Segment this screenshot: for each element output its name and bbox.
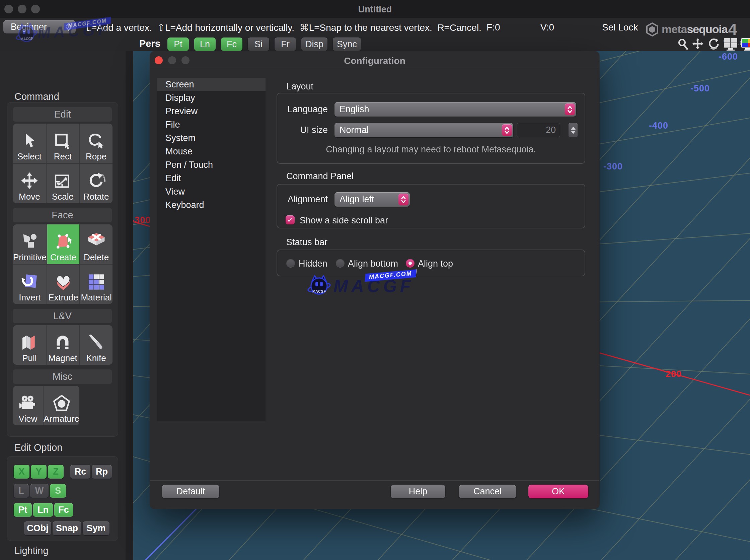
dialog-sidebar-item-display[interactable]: Display [157, 91, 265, 104]
panel-divider [125, 51, 133, 560]
tool-primitive[interactable]: Primitive [13, 224, 46, 264]
watermark-dialog: MACGF MACGF MACGF.COM [307, 274, 414, 298]
dialog-sidebar-item-screen[interactable]: Screen [157, 78, 265, 91]
lighting-title: Lighting [14, 545, 48, 556]
tool-invert[interactable]: Invert [13, 265, 46, 304]
default-button[interactable]: Default [162, 485, 219, 498]
edit-option-z[interactable]: Z [48, 465, 64, 479]
tool-magnet[interactable]: Magnet [46, 325, 79, 365]
language-select[interactable]: English [335, 102, 576, 117]
radio-align-bottom[interactable] [336, 259, 345, 267]
rotate-icon [87, 172, 105, 191]
tool-grid: ViewArmature [13, 386, 79, 425]
tool-view[interactable]: View [13, 386, 43, 425]
dialog-sidebar-item-preview[interactable]: Preview [157, 104, 265, 118]
tool-delete[interactable]: Delete [80, 224, 113, 264]
tool-label: Knife [86, 353, 106, 363]
toolbar-button-fc[interactable]: Fc [221, 38, 242, 51]
tool-label: Select [17, 152, 42, 161]
tool-pull[interactable]: Pull [13, 325, 46, 365]
quad-view-monitor-icon[interactable] [741, 38, 750, 51]
edit-option-rp[interactable]: Rp [92, 465, 112, 479]
toolbar-button-sync[interactable]: Sync [333, 38, 361, 51]
chevron-updown-icon [399, 194, 408, 205]
tool-label: Rect [54, 152, 72, 161]
edit-option-ln[interactable]: Ln [33, 503, 53, 517]
radio-label: Align bottom [348, 259, 398, 269]
chevron-updown-icon [502, 124, 512, 136]
tool-material[interactable]: Material [80, 265, 113, 304]
toolbar-buttons: PtLnFcSiFrDispSync [167, 38, 361, 51]
select-icon [20, 132, 39, 151]
edit-option-rc[interactable]: Rc [70, 465, 90, 479]
tool-rope[interactable]: Rope [80, 124, 113, 163]
dialog-sidebar-item-edit[interactable]: Edit [157, 172, 265, 185]
dialog-sidebar-item-pentouch[interactable]: Pen / Touch [157, 158, 265, 172]
dialog-sidebar-item-keyboard[interactable]: Keyboard [157, 198, 265, 212]
face-count: F:0 [486, 22, 500, 33]
edit-option-x[interactable]: X [14, 465, 29, 479]
edit-option-l[interactable]: L [14, 484, 29, 498]
toolbar-button-ln[interactable]: Ln [194, 38, 216, 51]
armature-icon [52, 394, 71, 413]
radio-align-top[interactable] [406, 259, 414, 267]
primitive-icon [20, 233, 39, 251]
tool-label: Primitive [13, 253, 46, 262]
edit-option-snap[interactable]: Snap [53, 521, 81, 535]
toolbar-button-pt[interactable]: Pt [167, 38, 189, 51]
move-icon [20, 172, 39, 191]
edit-option-cobj[interactable]: CObj [24, 521, 51, 535]
chevron-updown-icon [565, 103, 575, 115]
edit-option-pt[interactable]: Pt [14, 503, 32, 517]
tool-select[interactable]: Select [13, 124, 46, 163]
edit-option-w[interactable]: W [30, 484, 48, 498]
tool-scale[interactable]: Scale [46, 164, 79, 203]
edit-option-y[interactable]: Y [31, 465, 46, 479]
dialog-sidebar: ScreenDisplayPreviewFileSystemMousePen /… [157, 78, 265, 421]
ui-size-select[interactable]: Normal [335, 123, 513, 137]
edit-option-row: PtLnFc [14, 503, 73, 517]
dialog-sidebar-item-system[interactable]: System [157, 131, 265, 145]
sel-lock-toggle[interactable]: Sel Lock [602, 22, 638, 33]
axis-value-label: 200 [666, 369, 682, 379]
radio-hidden[interactable] [286, 259, 295, 267]
alignment-label: Alignment [277, 194, 328, 205]
toolbar-button-fr[interactable]: Fr [275, 38, 296, 51]
tool-armature[interactable]: Armature [43, 386, 79, 425]
ok-button[interactable]: OK [528, 485, 588, 498]
tool-knife[interactable]: Knife [80, 325, 113, 365]
toolbar-button-si[interactable]: Si [248, 38, 269, 51]
view-mode-label[interactable]: Pers [139, 38, 160, 49]
dialog-sidebar-item-view[interactable]: View [157, 185, 265, 198]
edit-option-s[interactable]: S [50, 484, 66, 498]
watermark-top: MACGF MACGF MACGF.COM [15, 18, 111, 45]
rotate-view-icon[interactable] [707, 38, 721, 51]
help-button[interactable]: Help [391, 485, 445, 498]
dialog-sidebar-item-file[interactable]: File [157, 118, 265, 131]
tool-extrude[interactable]: Extrude [47, 265, 80, 304]
dialog-title: Configuration [150, 56, 599, 66]
scale-icon [53, 172, 72, 191]
zoom-icon[interactable] [677, 38, 688, 51]
tool-label: Rope [86, 152, 106, 161]
tool-label: Material [81, 293, 112, 302]
radio-label: Align top [418, 259, 453, 269]
edit-option-fc[interactable]: Fc [54, 503, 73, 517]
tool-move[interactable]: Move [13, 164, 46, 203]
side-scrollbar-checkbox[interactable]: ✓ [286, 215, 295, 224]
tool-rect[interactable]: Rect [46, 124, 79, 163]
tool-rotate[interactable]: Rotate [80, 164, 113, 203]
pan-icon[interactable] [691, 38, 705, 51]
ui-size-stepper[interactable] [569, 123, 577, 137]
toolbar-button-disp[interactable]: Disp [301, 38, 327, 51]
dialog-sidebar-item-mouse[interactable]: Mouse [157, 145, 265, 158]
single-view-monitor-icon[interactable] [723, 38, 738, 51]
ui-size-number-field[interactable]: 20 [516, 123, 560, 137]
edit-option-sym[interactable]: Sym [83, 521, 109, 535]
alignment-select[interactable]: Align left [335, 192, 410, 207]
tool-create[interactable]: Create [47, 224, 80, 264]
axis-value-label: -600 [718, 52, 738, 62]
command-sections: EditSelectRectRopeMoveScaleRotateFacePri… [7, 102, 118, 437]
cancel-button[interactable]: Cancel [459, 485, 516, 498]
command-panel-group: Alignment Align left ✓ Show a side scrol… [277, 184, 585, 228]
